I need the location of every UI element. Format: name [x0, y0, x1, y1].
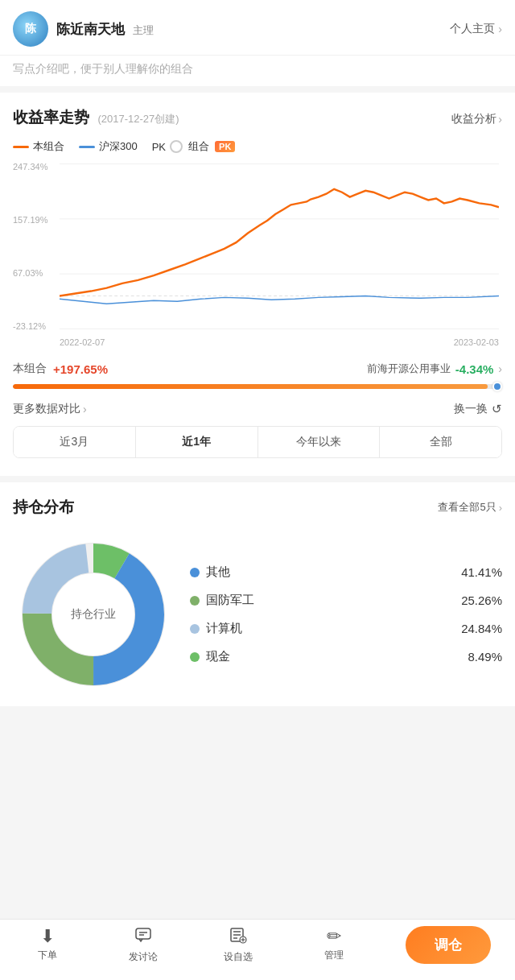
donut-chart: 持仓行业	[13, 534, 174, 695]
comparison-fund-name: 前海开源公用事业	[367, 362, 451, 376]
more-data-link[interactable]: 更多数据对比 ›	[13, 402, 87, 416]
progress-bar-container	[13, 384, 502, 389]
rebalance-button[interactable]: 调仓	[406, 926, 491, 964]
action-row: 更多数据对比 › 换一换 ↺	[13, 399, 502, 426]
chart-legend: 本组合 沪深300 PK 组合 PK	[13, 139, 502, 154]
holdings-header: 持仓分布 查看全部5只 ›	[13, 497, 502, 518]
portfolio-role: 主理	[133, 24, 154, 36]
header-left: 陈 陈近南天地 主理	[13, 11, 154, 47]
subtitle-bar: 写点介绍吧，便于别人理解你的组合	[0, 56, 515, 93]
line-chart-svg	[60, 162, 499, 331]
legend-color-3	[190, 652, 200, 662]
comparison-portfolio-label: 本组合	[13, 362, 47, 376]
y-axis-labels: 247.34% 157.19% 67.03% -23.12%	[13, 162, 47, 331]
nav-cta: 调仓	[381, 926, 515, 964]
chat-icon	[134, 926, 152, 947]
personal-page-link[interactable]: 个人主页 ›	[450, 22, 502, 36]
svg-point-11	[53, 574, 134, 655]
comparison-fund-pct: -4.34%	[455, 362, 494, 376]
star-icon	[229, 926, 247, 947]
tab-ytd[interactable]: 今年以来	[258, 427, 381, 457]
nav-item-watchlist[interactable]: 设自选	[191, 926, 286, 964]
tab-recent-3m[interactable]: 近3月	[14, 427, 136, 457]
comparison-portfolio-pct: +197.65%	[53, 362, 108, 376]
legend-hs300: 沪深300	[79, 139, 138, 154]
nav-item-order[interactable]: ⬇ 下单	[0, 928, 96, 962]
chart-created: (2017-12-27创建)	[97, 113, 179, 125]
legend-item-3: 现金 8.49%	[190, 649, 502, 664]
svg-rect-12	[136, 928, 150, 939]
x-axis-labels: 2022-02-07 2023-02-03	[60, 337, 499, 347]
progress-indicator-dot	[492, 382, 502, 391]
avatar: 陈	[13, 11, 48, 47]
progress-bar-fill	[13, 384, 488, 389]
legend-dot-orange	[13, 146, 29, 148]
legend-pct-3: 8.49%	[468, 650, 502, 664]
download-icon: ⬇	[40, 928, 55, 945]
progress-bar-wrap	[13, 384, 502, 389]
legend-name-2: 计算机	[206, 621, 242, 636]
legend-color-2	[190, 624, 200, 634]
legend-pk[interactable]: PK 组合 PK	[152, 139, 236, 154]
holdings-content: 持仓行业 其他 41.41% 国防军工 25.26%	[13, 534, 502, 695]
switch-action[interactable]: 换一换 ↺	[454, 402, 502, 416]
legend-dot-blue	[79, 146, 95, 148]
legend-this-portfolio: 本组合	[13, 139, 64, 154]
nav-item-manage[interactable]: ✏ 管理	[286, 928, 382, 962]
pk-circle	[170, 140, 183, 153]
edit-icon: ✏	[327, 928, 341, 945]
pk-badge: PK	[215, 141, 235, 152]
chart-card: 收益率走势 (2017-12-27创建) 收益分析 › 本组合 沪深300 PK…	[0, 93, 515, 476]
chart-svg-wrap	[60, 162, 499, 334]
chevron-right-icon: ›	[83, 403, 87, 416]
legend-color-0	[190, 568, 200, 577]
legend-item-0: 其他 41.41%	[190, 564, 502, 580]
chevron-right-icon: ›	[498, 23, 502, 35]
chart-card-header: 收益率走势 (2017-12-27创建) 收益分析 ›	[13, 107, 502, 128]
legend-pct-2: 24.84%	[461, 622, 502, 635]
refresh-icon: ↺	[492, 402, 502, 416]
legend-name-1: 国防军工	[206, 593, 254, 608]
chevron-right-icon: ›	[498, 362, 502, 375]
nav-item-discuss[interactable]: 发讨论	[96, 926, 192, 964]
legend-name-0: 其他	[206, 564, 230, 580]
chart-analysis-link[interactable]: 收益分析 ›	[451, 112, 502, 126]
time-tabs: 近3月 近1年 今年以来 全部	[13, 426, 502, 458]
chevron-right-icon: ›	[499, 502, 502, 514]
legend-color-1	[190, 596, 200, 606]
portfolio-name: 陈近南天地	[56, 22, 125, 37]
legend-pct-0: 41.41%	[461, 565, 502, 579]
legend-pct-1: 25.26%	[461, 593, 502, 607]
tab-recent-1y[interactable]: 近1年	[136, 427, 258, 457]
legend-item-1: 国防军工 25.26%	[190, 593, 502, 608]
holdings-legend-list: 其他 41.41% 国防军工 25.26% 计算机 24.84%	[190, 564, 502, 664]
view-all-link[interactable]: 查看全部5只 ›	[438, 500, 502, 515]
header: 陈 陈近南天地 主理 个人主页 ›	[0, 0, 515, 56]
bottom-nav: ⬇ 下单 发讨论 设自选 ✏	[0, 919, 515, 980]
comparison-row: 本组合 +197.65% 前海开源公用事业 -4.34% ›	[13, 354, 502, 381]
chart-title: 收益率走势	[13, 109, 89, 126]
holdings-title: 持仓分布	[13, 497, 74, 518]
donut-svg	[13, 534, 174, 695]
chart-area: 247.34% 157.19% 67.03% -23.12% 2022-02-0…	[13, 162, 502, 347]
holdings-card: 持仓分布 查看全部5只 ›	[0, 482, 515, 706]
legend-name-3: 现金	[206, 649, 230, 664]
legend-item-2: 计算机 24.84%	[190, 621, 502, 636]
tab-all[interactable]: 全部	[380, 427, 501, 457]
chevron-right-icon: ›	[498, 113, 502, 126]
